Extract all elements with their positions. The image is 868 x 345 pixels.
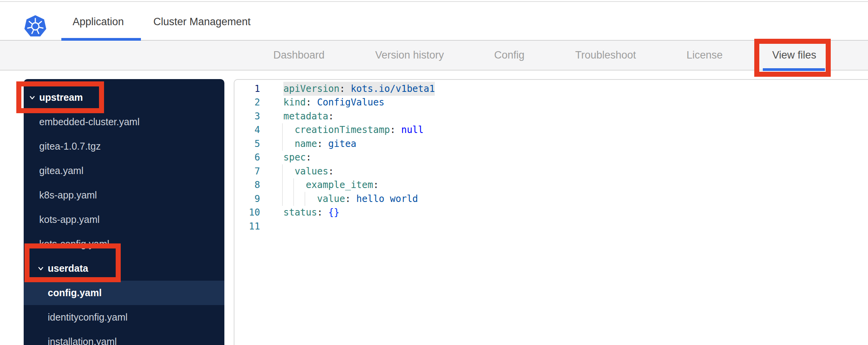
indent-guide xyxy=(282,178,283,192)
code-line: 1apiVersion: kots.io/v1beta1 xyxy=(234,82,868,96)
line-number: 4 xyxy=(234,124,260,135)
code-line: 3metadata: xyxy=(234,109,868,123)
subnav-tab-view-files[interactable]: View files xyxy=(772,49,816,61)
code-line-text: metadata: xyxy=(283,109,334,123)
file-k8s-app.yaml[interactable]: k8s-app.yaml xyxy=(24,183,224,207)
tree-item-label: gitea.yaml xyxy=(39,165,83,176)
line-number: 10 xyxy=(234,207,260,218)
code-line: 10status: {} xyxy=(234,206,868,220)
indent-guide xyxy=(305,192,305,206)
tree-item-label: kots-config.yaml xyxy=(39,238,109,250)
line-number: 2 xyxy=(234,97,260,108)
chevron-down-icon xyxy=(29,94,36,101)
file-gitea.yaml[interactable]: gitea.yaml xyxy=(24,159,224,183)
file-embedded-cluster.yaml[interactable]: embedded-cluster.yaml xyxy=(24,110,224,134)
tree-item-label: installation.yaml xyxy=(48,336,117,345)
tree-item-label: embedded-cluster.yaml xyxy=(39,116,139,128)
code-line-text: apiVersion: kots.io/v1beta1 xyxy=(283,82,435,96)
file-identityconfig.yaml[interactable]: identityconfig.yaml xyxy=(24,305,224,329)
tree-item-label: gitea-1.0.7.tgz xyxy=(39,141,101,152)
file-kots-app.yaml[interactable]: kots-app.yaml xyxy=(24,207,224,232)
code-line: 6spec: xyxy=(234,151,868,165)
code-line-text: spec: xyxy=(283,151,311,165)
subnav-tab-troubleshoot[interactable]: Troubleshoot xyxy=(575,49,636,61)
kubernetes-logo-icon xyxy=(24,15,47,38)
tree-item-label: userdata xyxy=(48,263,88,274)
code-line: 11 xyxy=(234,219,868,233)
line-number: 9 xyxy=(234,193,260,204)
folder-upstream[interactable]: upstream xyxy=(24,85,224,110)
code-line-text: values: xyxy=(283,164,334,178)
tab-cluster-management[interactable]: Cluster Management xyxy=(153,16,251,28)
folder-userdata[interactable]: userdata xyxy=(24,256,224,281)
tab-application[interactable]: Application xyxy=(73,16,124,28)
indent-guide xyxy=(282,137,283,151)
tree-item-label: identityconfig.yaml xyxy=(48,312,128,323)
code-line-text: name: gitea xyxy=(283,137,356,151)
line-number: 7 xyxy=(234,166,260,177)
yaml-file-viewer[interactable]: 1apiVersion: kots.io/v1beta12kind: Confi… xyxy=(234,79,868,345)
code-line: 7 values: xyxy=(234,164,868,178)
line-number: 6 xyxy=(234,152,260,163)
line-number: 3 xyxy=(234,111,260,122)
code-line: 5 name: gitea xyxy=(234,137,868,151)
code-line: 4 creationTimestamp: null xyxy=(234,123,868,137)
kots-admin-console: Application Cluster Management Dashboard… xyxy=(0,0,868,345)
indent-guide xyxy=(282,192,283,206)
app-subnav: Dashboard Version history Config Trouble… xyxy=(0,41,868,71)
code-line-text: kind: ConfigValues xyxy=(283,96,384,110)
line-number: 1 xyxy=(234,83,260,94)
file-config.yaml[interactable]: config.yaml xyxy=(24,281,224,305)
code-line-text: status: {} xyxy=(283,206,340,220)
active-subnav-underline xyxy=(763,68,825,71)
indent-guide xyxy=(282,164,283,178)
code-line: 9 value: hello world xyxy=(234,192,868,206)
indent-guide xyxy=(293,178,294,192)
code-line-text: value: hello world xyxy=(283,192,418,206)
chevron-down-icon xyxy=(37,265,44,272)
subnav-tab-license[interactable]: License xyxy=(686,49,722,61)
file-kots-config.yaml[interactable]: kots-config.yaml xyxy=(24,232,224,256)
line-number: 8 xyxy=(234,179,260,190)
line-number: 11 xyxy=(234,221,260,232)
file-installation.yaml[interactable]: installation.yaml xyxy=(24,329,224,345)
indent-guide xyxy=(282,123,283,137)
subnav-tab-version-history[interactable]: Version history xyxy=(375,49,444,61)
indent-guide xyxy=(293,192,294,206)
code-line: 8 example_item: xyxy=(234,178,868,192)
active-tab-underline xyxy=(61,38,141,41)
file-tree-sidebar: upstreamembedded-cluster.yamlgitea-1.0.7… xyxy=(24,79,224,345)
tree-item-label: k8s-app.yaml xyxy=(39,190,97,201)
subnav-tab-config[interactable]: Config xyxy=(494,49,524,61)
tree-item-label: upstream xyxy=(39,92,83,103)
line-number: 5 xyxy=(234,138,260,149)
file-gitea-1.0.7.tgz[interactable]: gitea-1.0.7.tgz xyxy=(24,134,224,159)
header-bar: Application Cluster Management xyxy=(0,2,868,41)
subnav-tab-dashboard[interactable]: Dashboard xyxy=(273,49,325,61)
code-line-text: creationTimestamp: null xyxy=(283,123,424,137)
code-line: 2kind: ConfigValues xyxy=(234,96,868,110)
tree-item-label: kots-app.yaml xyxy=(39,214,100,225)
code-line-text: example_item: xyxy=(283,178,379,192)
tree-item-label: config.yaml xyxy=(48,287,102,298)
